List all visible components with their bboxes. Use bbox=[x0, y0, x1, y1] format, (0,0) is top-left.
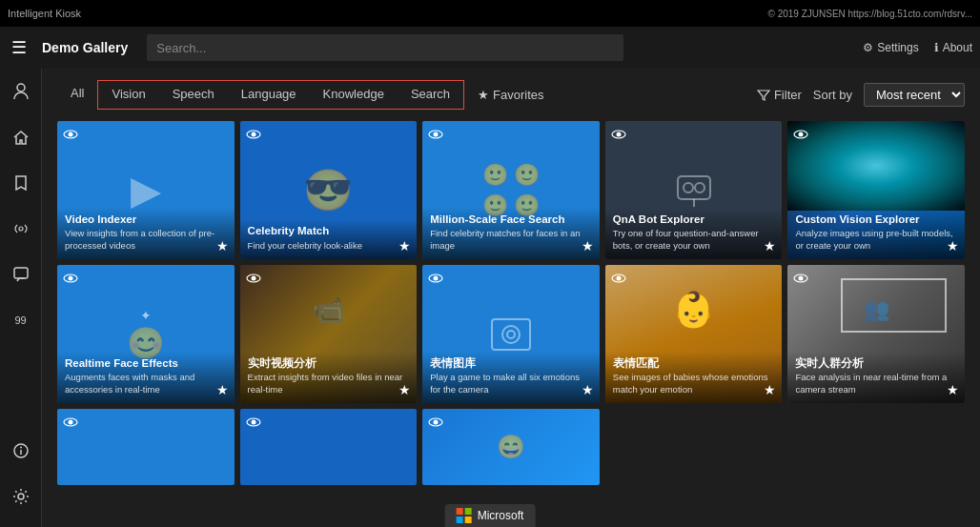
card-info: 实时视频分析 Extract insights from video files… bbox=[240, 352, 418, 403]
eye-icon bbox=[611, 127, 626, 142]
filter-bar: All Vision Speech Language Knowledge Sea… bbox=[57, 80, 965, 110]
favorite-star[interactable]: ★ bbox=[216, 238, 229, 253]
card-crowd-analysis[interactable]: 👥 实时人群分析 Face analysis in near real-time… bbox=[787, 265, 965, 403]
tab-all[interactable]: All bbox=[57, 80, 97, 110]
main-layout: 99 All Vision Speech Language Knowledge … bbox=[0, 69, 980, 527]
svg-point-13 bbox=[684, 183, 693, 193]
card-title: Celebrity Match bbox=[248, 225, 410, 238]
favorite-star[interactable]: ★ bbox=[398, 238, 411, 253]
svg-point-11 bbox=[434, 132, 439, 137]
card-desc: Analyze images using pre-built models, o… bbox=[795, 228, 957, 252]
sort-select[interactable]: Most recent Name Category bbox=[864, 83, 965, 107]
card-info: Realtime Face Effects Augments faces wit… bbox=[57, 352, 235, 403]
about-button[interactable]: ℹ About bbox=[934, 41, 972, 54]
card-face-search[interactable]: 🙂 🙂 🙂 🙂 Million-Scale Face Search Find c… bbox=[422, 121, 600, 259]
card-video-analysis[interactable]: 📹 实时视频分析 Extract insights from video fil… bbox=[240, 265, 418, 403]
svg-point-20 bbox=[69, 276, 73, 281]
card-partial-2[interactable] bbox=[240, 409, 418, 485]
card-face-effects[interactable]: ✦ 😊 Realtime Face Effects Augments faces… bbox=[57, 265, 235, 403]
card-emotion-gallery[interactable]: 表情图库 Play a game to make all six emotion… bbox=[422, 265, 600, 403]
svg-point-33 bbox=[69, 420, 73, 425]
sidebar-icon-bookmark[interactable] bbox=[6, 168, 36, 198]
favorite-star[interactable]: ★ bbox=[398, 382, 411, 397]
filter-right: Filter Sort by Most recent Name Category bbox=[757, 83, 965, 107]
tab-search[interactable]: Search bbox=[398, 81, 463, 109]
sidebar-icon-info[interactable] bbox=[6, 436, 36, 466]
svg-point-29 bbox=[616, 276, 621, 281]
favorite-star[interactable]: ★ bbox=[764, 382, 776, 397]
card-custom-vision[interactable]: Custom Vision Explorer Analyze images us… bbox=[787, 121, 965, 259]
card-grid: ▶ Video Indexer View insights from a col… bbox=[57, 121, 965, 403]
ms-logo-yellow bbox=[465, 517, 472, 523]
eye-icon bbox=[611, 271, 626, 286]
card-desc: View insights from a collection of pre-p… bbox=[65, 228, 227, 252]
card-title: 实时人群分析 bbox=[795, 357, 957, 371]
tab-favorites[interactable]: ★ Favorites bbox=[464, 80, 557, 110]
eye-icon bbox=[428, 415, 443, 430]
eye-icon bbox=[428, 127, 443, 142]
tab-speech[interactable]: Speech bbox=[159, 81, 228, 109]
favorite-star[interactable]: ★ bbox=[947, 382, 959, 397]
svg-point-24 bbox=[502, 326, 520, 343]
card-desc: Find celebrity matches for faces in an i… bbox=[430, 228, 592, 252]
card-desc: Face analysis in near real-time from a c… bbox=[795, 372, 957, 395]
card-desc: Augments faces with masks and accessorie… bbox=[65, 372, 227, 395]
svg-point-16 bbox=[616, 132, 621, 137]
filter-button[interactable]: Filter bbox=[757, 88, 802, 102]
star-icon: ★ bbox=[478, 88, 489, 102]
eye-icon bbox=[246, 271, 261, 286]
svg-point-25 bbox=[507, 331, 515, 338]
card-emotion-match[interactable]: 👶 表情匹配 See images of babies whose emotio… bbox=[605, 265, 783, 403]
microsoft-logo bbox=[457, 508, 472, 523]
tab-list: All Vision Speech Language Knowledge Sea… bbox=[57, 80, 757, 110]
ms-footer: Microsoft bbox=[445, 504, 536, 527]
card-title: Custom Vision Explorer bbox=[795, 213, 957, 227]
svg-point-0 bbox=[17, 84, 25, 91]
svg-point-37 bbox=[434, 420, 439, 425]
card-info: Custom Vision Explorer Analyze images us… bbox=[787, 208, 965, 259]
app-title: Demo Gallery bbox=[42, 40, 128, 55]
svg-point-27 bbox=[434, 276, 439, 281]
sidebar-icon-chat[interactable] bbox=[6, 259, 36, 290]
sidebar-icon-person[interactable] bbox=[6, 76, 36, 107]
favorite-star[interactable]: ★ bbox=[947, 238, 959, 253]
card-partial-1[interactable] bbox=[57, 409, 235, 485]
card-qna-bot[interactable]: QnA Bot Explorer Try one of four questio… bbox=[605, 121, 783, 259]
sidebar-badge[interactable]: 99 bbox=[6, 305, 36, 335]
tab-group-border: Vision Speech Language Knowledge Search bbox=[97, 80, 464, 110]
content-area: All Vision Speech Language Knowledge Sea… bbox=[42, 69, 980, 527]
eye-icon bbox=[793, 271, 808, 286]
card-desc: Try one of four question-and-answer bots… bbox=[613, 228, 775, 252]
sidebar-icon-home[interactable] bbox=[6, 122, 36, 152]
card-video-indexer[interactable]: ▶ Video Indexer View insights from a col… bbox=[57, 121, 235, 259]
favorite-star[interactable]: ★ bbox=[216, 382, 229, 397]
card-partial-3[interactable]: 😄 bbox=[422, 409, 600, 485]
svg-point-7 bbox=[69, 132, 73, 137]
info-icon: ℹ bbox=[934, 41, 939, 54]
card-title: 表情图库 bbox=[430, 357, 592, 371]
copyright: © 2019 ZJUNSEN https://blog.51cto.com/rd… bbox=[768, 9, 973, 19]
tab-vision[interactable]: Vision bbox=[98, 81, 158, 109]
ms-logo-green bbox=[465, 508, 472, 515]
favorite-star[interactable]: ★ bbox=[582, 238, 594, 253]
hamburger-icon[interactable]: ☰ bbox=[8, 33, 31, 62]
tab-knowledge[interactable]: Knowledge bbox=[310, 81, 398, 109]
sidebar-icon-settings[interactable] bbox=[6, 481, 36, 512]
card-title: QnA Bot Explorer bbox=[613, 213, 775, 227]
card-title: 表情匹配 bbox=[613, 357, 775, 371]
card-info: 表情匹配 See images of babies whose emotions… bbox=[605, 352, 783, 403]
nav-actions: ⚙ Settings ℹ About bbox=[863, 41, 972, 54]
sidebar-icon-signal[interactable] bbox=[6, 213, 36, 244]
settings-button[interactable]: ⚙ Settings bbox=[863, 41, 918, 54]
tab-language[interactable]: Language bbox=[228, 81, 310, 109]
sidebar-bottom bbox=[6, 436, 36, 519]
card-title: Video Indexer bbox=[65, 213, 227, 227]
card-celebrity-match[interactable]: 😎 Celebrity Match Find your celebrity lo… bbox=[240, 121, 418, 259]
card-info: QnA Bot Explorer Try one of four questio… bbox=[605, 208, 783, 259]
svg-point-5 bbox=[18, 494, 24, 499]
search-input[interactable] bbox=[147, 34, 623, 61]
ms-logo-blue bbox=[457, 517, 463, 523]
favorite-star[interactable]: ★ bbox=[764, 238, 776, 253]
favorite-star[interactable]: ★ bbox=[582, 382, 594, 397]
svg-point-18 bbox=[799, 132, 804, 137]
